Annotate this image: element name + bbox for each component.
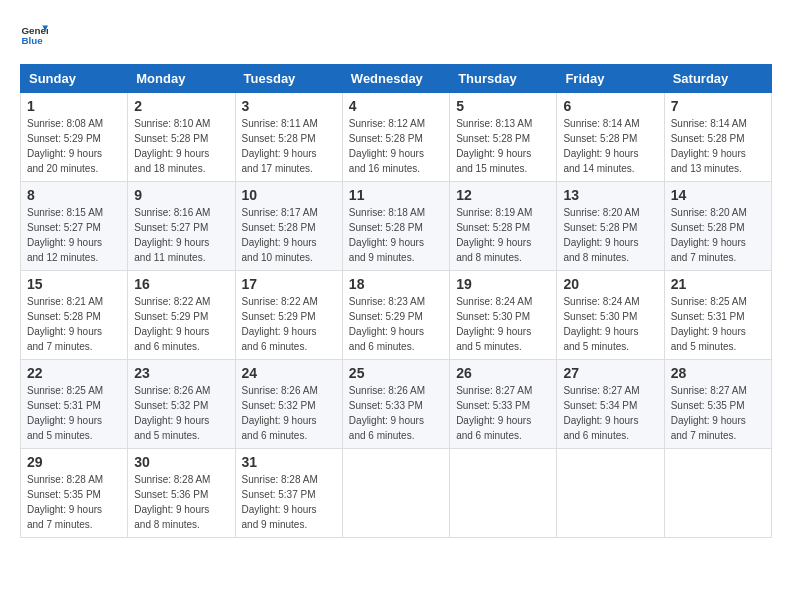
calendar-cell: 30Sunrise: 8:28 AMSunset: 5:36 PMDayligh… — [128, 449, 235, 538]
day-info: Sunrise: 8:16 AMSunset: 5:27 PMDaylight:… — [134, 205, 228, 265]
day-number: 21 — [671, 276, 765, 292]
day-number: 8 — [27, 187, 121, 203]
calendar-cell: 15Sunrise: 8:21 AMSunset: 5:28 PMDayligh… — [21, 271, 128, 360]
calendar-cell: 18Sunrise: 8:23 AMSunset: 5:29 PMDayligh… — [342, 271, 449, 360]
day-info: Sunrise: 8:25 AMSunset: 5:31 PMDaylight:… — [27, 383, 121, 443]
weekday-wednesday: Wednesday — [342, 65, 449, 93]
calendar-cell: 20Sunrise: 8:24 AMSunset: 5:30 PMDayligh… — [557, 271, 664, 360]
day-info: Sunrise: 8:17 AMSunset: 5:28 PMDaylight:… — [242, 205, 336, 265]
day-number: 26 — [456, 365, 550, 381]
day-number: 24 — [242, 365, 336, 381]
calendar-cell — [342, 449, 449, 538]
weekday-monday: Monday — [128, 65, 235, 93]
day-info: Sunrise: 8:13 AMSunset: 5:28 PMDaylight:… — [456, 116, 550, 176]
calendar-cell — [450, 449, 557, 538]
calendar-cell: 31Sunrise: 8:28 AMSunset: 5:37 PMDayligh… — [235, 449, 342, 538]
day-number: 16 — [134, 276, 228, 292]
calendar-cell: 27Sunrise: 8:27 AMSunset: 5:34 PMDayligh… — [557, 360, 664, 449]
calendar-cell: 28Sunrise: 8:27 AMSunset: 5:35 PMDayligh… — [664, 360, 771, 449]
day-info: Sunrise: 8:25 AMSunset: 5:31 PMDaylight:… — [671, 294, 765, 354]
calendar-cell: 8Sunrise: 8:15 AMSunset: 5:27 PMDaylight… — [21, 182, 128, 271]
day-number: 20 — [563, 276, 657, 292]
calendar-cell — [664, 449, 771, 538]
day-number: 22 — [27, 365, 121, 381]
day-number: 25 — [349, 365, 443, 381]
day-info: Sunrise: 8:12 AMSunset: 5:28 PMDaylight:… — [349, 116, 443, 176]
calendar-week-5: 29Sunrise: 8:28 AMSunset: 5:35 PMDayligh… — [21, 449, 772, 538]
day-number: 2 — [134, 98, 228, 114]
day-number: 30 — [134, 454, 228, 470]
day-number: 10 — [242, 187, 336, 203]
day-info: Sunrise: 8:27 AMSunset: 5:35 PMDaylight:… — [671, 383, 765, 443]
day-info: Sunrise: 8:23 AMSunset: 5:29 PMDaylight:… — [349, 294, 443, 354]
calendar-cell: 23Sunrise: 8:26 AMSunset: 5:32 PMDayligh… — [128, 360, 235, 449]
calendar-cell: 3Sunrise: 8:11 AMSunset: 5:28 PMDaylight… — [235, 93, 342, 182]
day-info: Sunrise: 8:14 AMSunset: 5:28 PMDaylight:… — [671, 116, 765, 176]
day-info: Sunrise: 8:11 AMSunset: 5:28 PMDaylight:… — [242, 116, 336, 176]
day-number: 17 — [242, 276, 336, 292]
day-info: Sunrise: 8:27 AMSunset: 5:34 PMDaylight:… — [563, 383, 657, 443]
day-info: Sunrise: 8:26 AMSunset: 5:33 PMDaylight:… — [349, 383, 443, 443]
day-number: 13 — [563, 187, 657, 203]
calendar-cell: 14Sunrise: 8:20 AMSunset: 5:28 PMDayligh… — [664, 182, 771, 271]
day-number: 14 — [671, 187, 765, 203]
day-info: Sunrise: 8:21 AMSunset: 5:28 PMDaylight:… — [27, 294, 121, 354]
calendar-cell: 10Sunrise: 8:17 AMSunset: 5:28 PMDayligh… — [235, 182, 342, 271]
day-number: 29 — [27, 454, 121, 470]
calendar-cell: 2Sunrise: 8:10 AMSunset: 5:28 PMDaylight… — [128, 93, 235, 182]
logo: General Blue — [20, 20, 48, 48]
day-info: Sunrise: 8:28 AMSunset: 5:35 PMDaylight:… — [27, 472, 121, 532]
day-info: Sunrise: 8:20 AMSunset: 5:28 PMDaylight:… — [671, 205, 765, 265]
calendar-cell — [557, 449, 664, 538]
calendar-cell: 1Sunrise: 8:08 AMSunset: 5:29 PMDaylight… — [21, 93, 128, 182]
day-number: 11 — [349, 187, 443, 203]
day-info: Sunrise: 8:27 AMSunset: 5:33 PMDaylight:… — [456, 383, 550, 443]
day-number: 12 — [456, 187, 550, 203]
day-info: Sunrise: 8:14 AMSunset: 5:28 PMDaylight:… — [563, 116, 657, 176]
weekday-saturday: Saturday — [664, 65, 771, 93]
day-number: 1 — [27, 98, 121, 114]
day-info: Sunrise: 8:20 AMSunset: 5:28 PMDaylight:… — [563, 205, 657, 265]
day-number: 5 — [456, 98, 550, 114]
day-info: Sunrise: 8:22 AMSunset: 5:29 PMDaylight:… — [134, 294, 228, 354]
calendar-cell: 24Sunrise: 8:26 AMSunset: 5:32 PMDayligh… — [235, 360, 342, 449]
calendar-cell: 9Sunrise: 8:16 AMSunset: 5:27 PMDaylight… — [128, 182, 235, 271]
day-number: 4 — [349, 98, 443, 114]
weekday-sunday: Sunday — [21, 65, 128, 93]
day-info: Sunrise: 8:28 AMSunset: 5:37 PMDaylight:… — [242, 472, 336, 532]
day-number: 18 — [349, 276, 443, 292]
day-info: Sunrise: 8:24 AMSunset: 5:30 PMDaylight:… — [563, 294, 657, 354]
calendar-cell: 26Sunrise: 8:27 AMSunset: 5:33 PMDayligh… — [450, 360, 557, 449]
calendar-cell: 4Sunrise: 8:12 AMSunset: 5:28 PMDaylight… — [342, 93, 449, 182]
calendar-cell: 6Sunrise: 8:14 AMSunset: 5:28 PMDaylight… — [557, 93, 664, 182]
calendar-cell: 5Sunrise: 8:13 AMSunset: 5:28 PMDaylight… — [450, 93, 557, 182]
calendar-cell: 29Sunrise: 8:28 AMSunset: 5:35 PMDayligh… — [21, 449, 128, 538]
day-number: 3 — [242, 98, 336, 114]
day-info: Sunrise: 8:26 AMSunset: 5:32 PMDaylight:… — [134, 383, 228, 443]
calendar-week-3: 15Sunrise: 8:21 AMSunset: 5:28 PMDayligh… — [21, 271, 772, 360]
calendar-cell: 25Sunrise: 8:26 AMSunset: 5:33 PMDayligh… — [342, 360, 449, 449]
svg-text:Blue: Blue — [21, 35, 43, 46]
day-number: 28 — [671, 365, 765, 381]
day-number: 27 — [563, 365, 657, 381]
day-number: 7 — [671, 98, 765, 114]
day-info: Sunrise: 8:08 AMSunset: 5:29 PMDaylight:… — [27, 116, 121, 176]
calendar-cell: 13Sunrise: 8:20 AMSunset: 5:28 PMDayligh… — [557, 182, 664, 271]
weekday-friday: Friday — [557, 65, 664, 93]
day-info: Sunrise: 8:15 AMSunset: 5:27 PMDaylight:… — [27, 205, 121, 265]
day-number: 23 — [134, 365, 228, 381]
day-number: 19 — [456, 276, 550, 292]
weekday-tuesday: Tuesday — [235, 65, 342, 93]
calendar-cell: 19Sunrise: 8:24 AMSunset: 5:30 PMDayligh… — [450, 271, 557, 360]
weekday-thursday: Thursday — [450, 65, 557, 93]
calendar-week-2: 8Sunrise: 8:15 AMSunset: 5:27 PMDaylight… — [21, 182, 772, 271]
calendar-cell: 7Sunrise: 8:14 AMSunset: 5:28 PMDaylight… — [664, 93, 771, 182]
calendar: SundayMondayTuesdayWednesdayThursdayFrid… — [20, 64, 772, 538]
logo-icon: General Blue — [20, 20, 48, 48]
calendar-week-1: 1Sunrise: 8:08 AMSunset: 5:29 PMDaylight… — [21, 93, 772, 182]
day-number: 31 — [242, 454, 336, 470]
day-info: Sunrise: 8:24 AMSunset: 5:30 PMDaylight:… — [456, 294, 550, 354]
calendar-week-4: 22Sunrise: 8:25 AMSunset: 5:31 PMDayligh… — [21, 360, 772, 449]
calendar-cell: 17Sunrise: 8:22 AMSunset: 5:29 PMDayligh… — [235, 271, 342, 360]
day-number: 15 — [27, 276, 121, 292]
